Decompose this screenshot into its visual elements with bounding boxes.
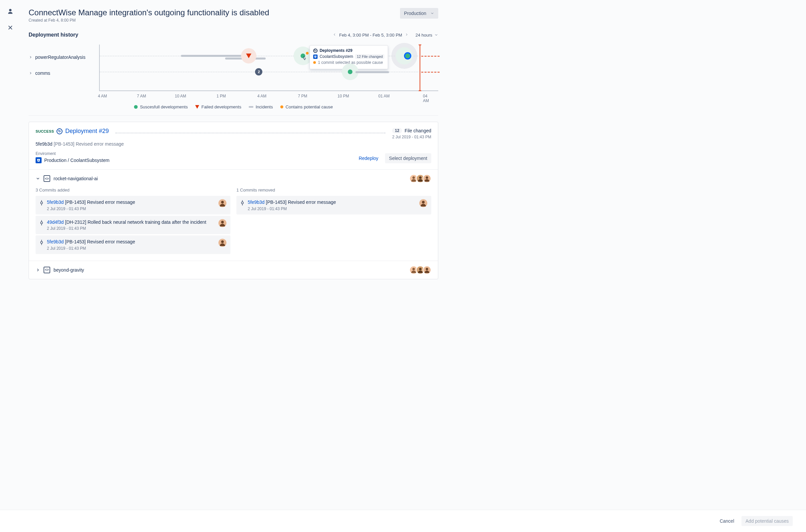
duration-label: 24 hours — [415, 33, 432, 38]
failed-deploy-marker[interactable] — [246, 54, 251, 58]
close-button[interactable] — [6, 23, 15, 32]
deployment-timestamp: 2 Jul 2019 - 01:43 PM — [392, 135, 431, 139]
commits-added-title: 3 Commits added — [36, 188, 230, 192]
repo-toggle[interactable]: <> beyond-gravity — [29, 261, 438, 279]
lane-toggle[interactable]: comms — [28, 65, 99, 81]
repo-icon: <> — [43, 267, 50, 273]
commit-icon — [40, 220, 43, 225]
commit-message: [DH-2312] Rolled back neural network tra… — [65, 220, 207, 225]
chevron-right-icon — [28, 55, 33, 59]
commit-summary: 5fe9b3d [PB-1453] Revised error message — [36, 141, 431, 147]
environment-value: Production / CoolantSubsystem — [44, 158, 109, 163]
svg-point-25 — [419, 268, 421, 270]
add-causes-button[interactable]: Add potential causes — [742, 516, 793, 526]
deployment-details-card: SUCCESS ↻ Deployment #29 12 File changed… — [28, 122, 438, 279]
avatar — [423, 266, 431, 274]
commit-item[interactable]: 5fe9b3d [PB-1453] Revised error message … — [236, 196, 431, 214]
commits-removed-title: 1 Commits removed — [236, 188, 431, 192]
redeploy-button[interactable]: Redeploy — [355, 153, 382, 163]
environment-selector[interactable]: Production — [400, 8, 438, 19]
chevron-down-icon — [434, 33, 438, 37]
commit-timestamp: 2 Jul 2019 - 01:43 PM — [47, 246, 216, 251]
commit-item[interactable]: 5fe9b3d [PB-1453] Revised error message … — [36, 235, 230, 254]
commit-item[interactable]: 49d4f3d [DH-2312] Rolled back neural net… — [36, 216, 230, 234]
commit-item[interactable]: 5fe9b3d [PB-1453] Revised error message … — [36, 196, 230, 214]
deployment-link[interactable]: Deployment #29 — [65, 128, 109, 135]
cancel-button[interactable]: Cancel — [715, 516, 738, 526]
incident-bar — [181, 55, 242, 57]
svg-point-0 — [9, 9, 11, 11]
chevron-down-icon — [430, 11, 434, 15]
commit-timestamp: 2 Jul 2019 - 01:43 PM — [47, 207, 216, 211]
avatar-group — [411, 174, 431, 183]
page-title: ConnectWise Manage integration's outgoin… — [28, 8, 269, 17]
avatar — [218, 219, 227, 227]
incident-bar — [356, 71, 389, 73]
timeline-legend: Suscesfull developments Failed developme… — [28, 100, 438, 116]
chevron-right-icon — [28, 71, 33, 75]
timeline-canvas[interactable]: ↻ Deployments #29 CoolantSubsystem 12 Fi… — [99, 44, 438, 91]
svg-point-8 — [221, 201, 224, 204]
chevron-left-icon — [332, 33, 337, 37]
files-count-badge: 12 — [392, 128, 402, 133]
commit-hash[interactable]: 5fe9b3d — [47, 239, 64, 244]
potential-cause-marker — [306, 52, 309, 55]
deployment-timeline: powerRegulatorAnalysis comms — [28, 44, 438, 91]
commit-timestamp: 2 Jul 2019 - 01:43 PM — [248, 207, 417, 211]
footer-bar: Cancel Add potential causes — [0, 510, 806, 532]
deploy-icon: ↻ — [57, 128, 62, 134]
environment-label: Enviroment — [36, 151, 109, 156]
svg-point-26 — [426, 268, 428, 270]
commit-icon — [40, 200, 43, 206]
avatar — [423, 174, 431, 183]
svg-point-23 — [422, 201, 425, 204]
commit-message: [PB-1453] Revised error message — [65, 239, 135, 244]
commit-message: [PB-1453] Revised error message — [65, 200, 135, 205]
repo-name: rocket-navigational-ai — [54, 176, 98, 181]
avatar — [218, 199, 227, 207]
time-range-label: Feb 4, 3:00 PM - Feb 5, 3:00 PM — [339, 33, 402, 38]
chevron-down-icon — [36, 176, 40, 181]
section-title: Deployment history — [28, 32, 78, 38]
svg-point-13 — [221, 221, 224, 224]
success-deploy-marker[interactable] — [301, 54, 305, 58]
commit-icon — [40, 240, 43, 245]
time-next-button[interactable] — [405, 33, 409, 38]
timeline-axis: 4 AM 7 AM 10 AM 1 PM 4 AM 7 PM 10 PM 01 … — [99, 94, 438, 100]
lane-label: powerRegulatorAnalysis — [35, 55, 85, 60]
repo-toggle[interactable]: <> rocket-navigational-ai — [29, 170, 438, 188]
avatar — [419, 199, 427, 207]
svg-point-3 — [426, 176, 428, 179]
page-subtitle: Created at Feb 4, 8:00 PM — [28, 18, 269, 23]
avatar — [218, 239, 227, 247]
chevron-right-icon — [405, 33, 409, 37]
duration-selector[interactable]: 24 hours — [415, 33, 438, 38]
repo-icon: <> — [43, 175, 50, 182]
svg-point-24 — [412, 268, 415, 270]
bitbucket-icon — [313, 55, 318, 59]
time-prev-button[interactable] — [332, 33, 337, 38]
main-content: ConnectWise Manage integration's outgoin… — [21, 0, 446, 496]
svg-point-19 — [242, 202, 244, 204]
lane-toggle[interactable]: powerRegulatorAnalysis — [28, 49, 99, 65]
bitbucket-icon — [36, 157, 42, 163]
files-count-label: File changed — [405, 128, 431, 133]
status-badge: SUCCESS — [36, 129, 54, 133]
tooltip-subsystem: CoolantSubsystem — [320, 54, 353, 59]
deploy-cluster-badge[interactable]: 2 — [255, 68, 262, 75]
lane-label: comms — [35, 71, 50, 76]
environment-selector-label: Production — [404, 11, 426, 16]
svg-point-1 — [412, 176, 415, 179]
success-deploy-marker[interactable] — [405, 54, 410, 58]
commit-hash[interactable]: 49d4f3d — [47, 220, 64, 225]
commit-hash[interactable]: 5fe9b3d — [248, 200, 265, 205]
person-icon — [7, 8, 14, 16]
sidebar — [0, 0, 21, 496]
select-deployment-button[interactable]: Select deployment — [385, 153, 431, 163]
tooltip-title: Deployments #29 — [320, 48, 352, 53]
success-deploy-marker[interactable] — [348, 70, 352, 74]
svg-point-14 — [41, 241, 42, 243]
commit-hash[interactable]: 5fe9b3d — [47, 200, 64, 205]
svg-point-9 — [41, 222, 42, 224]
commit-timestamp: 2 Jul 2019 - 01:43 PM — [47, 226, 216, 231]
